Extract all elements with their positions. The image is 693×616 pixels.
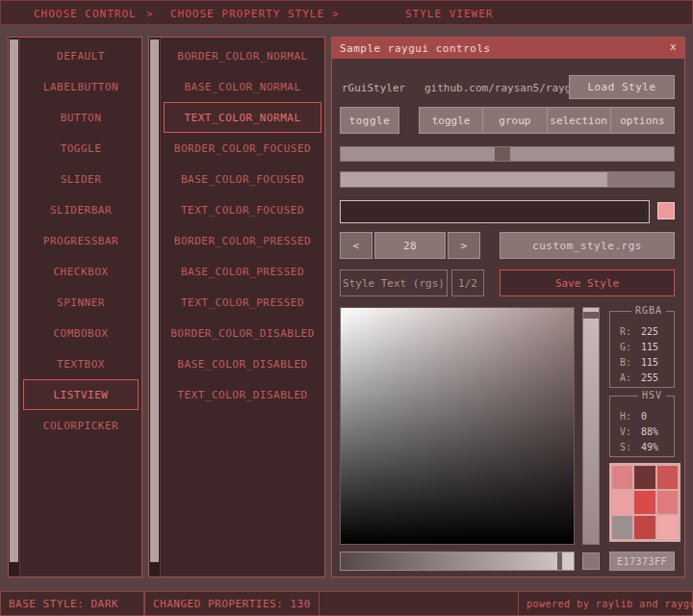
hsv-groupbox: HSV H: 0 V: 88% S: 49% [609,396,675,457]
control-list-item[interactable]: LABELBUTTON [23,71,139,102]
control-list-item[interactable]: CHECKBOX [23,256,139,287]
window-titlebar[interactable]: Sample raygui controls x [332,38,684,59]
brand-label: rGuiStyler [342,82,405,94]
save-style-button[interactable]: Save Style [500,270,675,296]
alpha-value-box[interactable] [582,552,600,570]
palette-swatch[interactable] [634,516,654,539]
property-list-item[interactable]: BASE_COLOR_FOCUSED [164,164,321,194]
property-list-item[interactable]: BORDER_COLOR_PRESSED [164,225,321,256]
toggle-group-item[interactable]: options [610,107,675,134]
breadcrumb-choose-control: CHOOSE CONTROL [34,8,137,20]
rgba-row: R: 225 [610,323,674,339]
control-list-item[interactable]: SLIDER [23,164,139,194]
scrollbar-handle[interactable] [150,39,159,562]
channel-value: 225 [641,326,658,337]
breadcrumb-separator-icon: > [146,8,154,20]
palette-swatch[interactable] [612,516,632,539]
hsv-row: H: 0 [610,408,674,424]
hue-slider-handle[interactable] [583,312,599,319]
channel-label: V: [620,426,641,437]
property-list-item[interactable]: BASE_COLOR_DISABLED [164,348,321,379]
property-list-item[interactable]: BORDER_COLOR_NORMAL [164,40,321,71]
channel-value: 255 [641,372,658,383]
channel-label: S: [620,442,641,452]
control-list-item[interactable]: SLIDERBAR [23,194,139,225]
hue-slider[interactable] [582,307,600,545]
channel-label: A: [620,372,641,383]
palette-swatch[interactable] [612,491,632,514]
spinner-increment-button[interactable]: > [448,232,480,259]
statusbar-filler [320,591,518,616]
palette-swatch[interactable] [657,466,678,489]
style-text-button[interactable]: Style Text (rgs) [340,270,448,296]
hex-color-input[interactable]: E17373FF [609,552,675,571]
rgba-row: G: 115 [610,339,674,354]
control-list-item[interactable]: BUTTON [23,102,139,133]
control-list-item[interactable]: LISTVIEW [23,379,139,410]
controls-list-panel: DEFAULTLABELBUTTONBUTTONTOGGLESLIDERSLID… [8,37,142,578]
controls-list-scrollbar[interactable] [9,38,20,577]
property-list-item[interactable]: TEXT_COLOR_DISABLED [164,379,321,410]
control-list-item[interactable]: PROGRESSBAR [23,225,139,256]
hsv-rows: H: 0 V: 88% S: 49% [610,397,674,454]
property-list-item[interactable]: BORDER_COLOR_FOCUSED [164,133,321,164]
rgba-rows: R: 225 G: 115 B: 115 A: 255 [610,312,674,385]
palette-swatch[interactable] [634,491,654,514]
spinner-value[interactable]: 28 [374,232,446,259]
page-toggle-button[interactable]: 1/2 [451,270,484,296]
toggle-group-item[interactable]: toggle [419,107,483,134]
palette-swatch[interactable] [657,491,678,514]
channel-label: H: [620,411,641,422]
sample-textbox[interactable] [340,200,650,223]
filename-textbox[interactable]: custom_style.rgs [500,232,675,259]
palette-swatch[interactable] [634,466,654,489]
property-list-item[interactable]: BASE_COLOR_NORMAL [164,71,321,102]
toggle-group-item[interactable]: selection [547,107,611,134]
property-list-item[interactable]: BASE_COLOR_PRESSED [164,256,321,287]
text-color-chip [657,202,675,219]
toggle-group-item[interactable]: group [482,107,547,134]
property-list-item[interactable]: TEXT_COLOR_PRESSED [164,287,321,318]
hsv-row: V: 88% [610,424,674,439]
control-list-item[interactable]: COLORPICKER [23,410,139,441]
statusbar: BASE STYLE: DARK CHANGED PROPERTIES: 130… [0,591,693,616]
repo-link[interactable]: github.com/raysan5/raygui [424,82,584,94]
sample-controls-window: Sample raygui controls x rGuiStyler gith… [331,37,685,578]
status-base-style: BASE STYLE: DARK [0,591,144,616]
palette-swatch[interactable] [657,516,678,539]
color-picker-panel[interactable] [340,307,575,545]
channel-label: R: [620,326,641,337]
load-style-button[interactable]: Load Style [569,75,675,99]
control-list-item[interactable]: SPINNER [23,287,139,318]
channel-label: G: [620,342,641,352]
alpha-slider[interactable] [340,552,575,571]
breadcrumb-separator-icon: > [332,8,340,20]
control-list-item[interactable]: TEXTBOX [23,348,139,379]
alpha-slider-handle[interactable] [557,552,562,570]
breadcrumb: CHOOSE CONTROL > CHOOSE PROPERTY STYLE >… [0,0,693,25]
scrollbar-handle[interactable] [10,39,18,562]
close-icon[interactable]: x [670,40,677,53]
channel-value: 49% [641,442,658,452]
palette-swatch[interactable] [612,466,632,489]
spinner-decrement-button[interactable]: < [340,232,372,259]
rgba-row: B: 115 [610,354,674,370]
window-title: Sample raygui controls [340,42,491,55]
toggle-button[interactable]: toggle [340,107,399,134]
control-list-item[interactable]: COMBOBOX [23,318,139,348]
color-palette-grid [609,463,680,542]
rgba-row: A: 255 [610,370,674,385]
channel-value: 115 [641,357,658,368]
property-list-item[interactable]: TEXT_COLOR_FOCUSED [164,194,321,225]
control-list-item[interactable]: DEFAULT [23,40,139,71]
rguistyler-app: CHOOSE CONTROL > CHOOSE PROPERTY STYLE >… [0,0,693,616]
status-changed-properties: CHANGED PROPERTIES: 130 [144,591,320,616]
properties-list-scrollbar[interactable] [149,38,161,577]
property-list-item[interactable]: TEXT_COLOR_NORMAL [164,102,321,133]
rgba-title: RGBA [631,305,666,316]
channel-label: B: [620,357,641,368]
slider-handle[interactable] [495,147,510,161]
sample-slider[interactable] [340,146,675,162]
control-list-item[interactable]: TOGGLE [23,133,139,164]
property-list-item[interactable]: BORDER_COLOR_DISABLED [164,318,321,348]
